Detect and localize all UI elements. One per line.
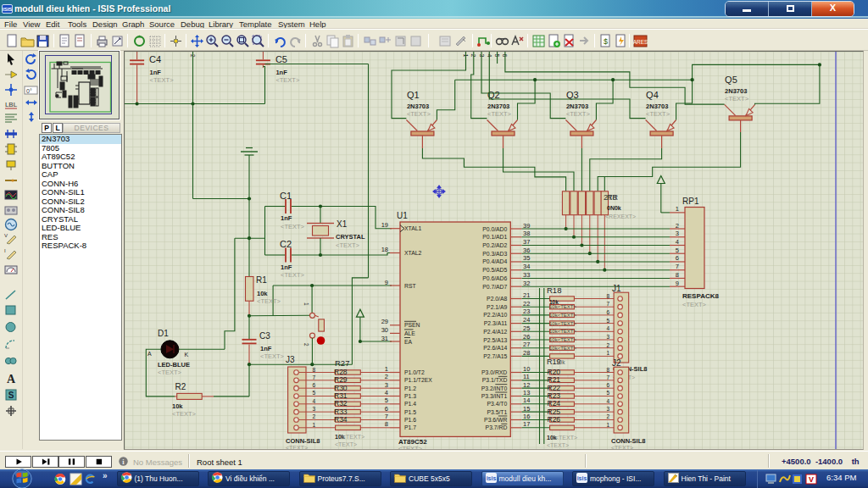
svg-text:<TEXT>: <TEXT>: [158, 369, 182, 376]
svg-text:6: 6: [312, 382, 315, 388]
svg-text:P2.7/A15: P2.7/A15: [483, 353, 507, 359]
svg-text:31: 31: [381, 335, 388, 342]
svg-text:<TEXT>: <TEXT>: [566, 110, 591, 118]
svg-text:<TEXT>: <TEXT>: [286, 445, 308, 449]
svg-text:1: 1: [385, 365, 388, 373]
svg-text:ALE: ALE: [404, 330, 415, 336]
svg-text:10k<TEXT>: 10k<TEXT>: [549, 329, 577, 334]
svg-text:<TEXT>: <TEXT>: [275, 76, 300, 84]
svg-text:XTAL2: XTAL2: [404, 250, 421, 256]
svg-text:LED-BLUE: LED-BLUE: [158, 361, 190, 369]
svg-text:Q1: Q1: [407, 90, 420, 100]
svg-text:10k<TEXT>: 10k<TEXT>: [549, 313, 577, 318]
svg-text:17: 17: [523, 420, 530, 428]
svg-text:10k: 10k: [556, 359, 565, 365]
svg-text:28: 28: [523, 349, 530, 357]
svg-text:P1.6: P1.6: [404, 417, 416, 423]
svg-text:P3.3/INT1: P3.3/INT1: [481, 393, 508, 399]
svg-text:S: S: [8, 391, 14, 400]
svg-text:<TEXT>: <TEXT>: [611, 445, 633, 449]
svg-text:36: 36: [523, 247, 530, 254]
svg-text:2: 2: [303, 343, 309, 347]
svg-text:XTAL1: XTAL1: [404, 225, 421, 231]
svg-text:4: 4: [312, 398, 315, 404]
svg-text:P2.4/A12: P2.4/A12: [483, 329, 507, 335]
svg-text:21: 21: [523, 291, 530, 299]
svg-text:isis: isis: [486, 475, 496, 481]
svg-text:37: 37: [523, 238, 530, 246]
svg-text:5: 5: [385, 396, 388, 404]
svg-text:1nF: 1nF: [281, 263, 292, 271]
svg-text:2TR: 2TR: [604, 193, 619, 202]
svg-text:19: 19: [381, 221, 388, 229]
svg-text:2: 2: [312, 413, 315, 419]
svg-text:8: 8: [385, 420, 388, 428]
svg-text:Q5: Q5: [725, 75, 737, 85]
svg-text:<TEXT>: <TEXT>: [336, 241, 360, 249]
svg-text:2: 2: [606, 413, 609, 419]
svg-text:P2.1/A9: P2.1/A9: [487, 304, 507, 310]
svg-text:2: 2: [676, 222, 679, 230]
svg-text:P2.3/A11: P2.3/A11: [484, 320, 508, 326]
svg-text:<TEXT>: <TEXT>: [150, 76, 175, 84]
svg-text:3: 3: [385, 381, 388, 389]
svg-text:25: 25: [523, 324, 530, 332]
svg-text:2N3703: 2N3703: [487, 103, 509, 110]
svg-text:K: K: [185, 352, 189, 358]
svg-text:P0.7/AD7: P0.7/AD7: [482, 284, 507, 290]
svg-text:<TEXT>: <TEXT>: [398, 445, 423, 449]
svg-text:ARES: ARES: [633, 39, 648, 45]
svg-text:7: 7: [606, 374, 609, 380]
svg-text:39: 39: [523, 222, 530, 230]
svg-text:U1: U1: [397, 211, 408, 220]
svg-text:isis: isis: [577, 475, 587, 481]
svg-text:P1.3: P1.3: [404, 393, 416, 399]
svg-text:2N3703: 2N3703: [725, 87, 747, 95]
svg-text:11: 11: [523, 373, 530, 380]
svg-text:7: 7: [606, 301, 609, 307]
svg-text:LBL: LBL: [5, 101, 18, 108]
svg-text:P0.1/AD1: P0.1/AD1: [482, 234, 507, 240]
svg-text:1: 1: [676, 205, 679, 213]
svg-text:38: 38: [523, 230, 530, 237]
svg-text:P0.2/AD2: P0.2/AD2: [482, 242, 507, 248]
svg-text:A: A: [147, 351, 152, 357]
svg-text:P0.4/AD4: P0.4/AD4: [482, 258, 507, 264]
svg-text:2: 2: [190, 54, 196, 58]
svg-text:C5: C5: [275, 54, 287, 64]
svg-text:2N3703: 2N3703: [566, 103, 588, 110]
svg-text:30: 30: [381, 326, 388, 334]
svg-text:P0.6/AD6: P0.6/AD6: [482, 275, 507, 281]
svg-text:RESPACK8: RESPACK8: [682, 292, 720, 300]
svg-text:<TEXT>: <TEXT>: [646, 110, 670, 118]
svg-text:V: V: [4, 233, 8, 238]
svg-text:9: 9: [385, 279, 388, 286]
svg-text:<TEXT>: <TEXT>: [342, 434, 364, 440]
svg-text:10k<TEXT>: 10k<TEXT>: [549, 304, 577, 309]
svg-text:1: 1: [303, 302, 309, 306]
svg-text:1: 1: [312, 422, 315, 428]
svg-text:2N3703: 2N3703: [646, 103, 668, 110]
svg-text:PSEN: PSEN: [404, 322, 420, 328]
svg-text:P2.0/A8: P2.0/A8: [487, 296, 507, 302]
svg-text:P0.3/AD3: P0.3/AD3: [482, 251, 507, 257]
svg-text:10k<TEXT>: 10k<TEXT>: [549, 321, 577, 326]
svg-text:P3.4/T0: P3.4/T0: [487, 401, 507, 407]
svg-text:<TEXT>: <TEXT>: [555, 435, 577, 441]
svg-text:<TEXT>: <TEXT>: [335, 441, 357, 447]
svg-text:23: 23: [523, 308, 530, 315]
svg-text:P3.5/T1: P3.5/T1: [487, 409, 507, 415]
svg-text:P1.1/T2EX: P1.1/T2EX: [404, 377, 432, 383]
svg-text:3: 3: [676, 230, 679, 237]
svg-text:34: 34: [523, 263, 530, 270]
svg-text:P1.4: P1.4: [404, 401, 416, 407]
svg-text:32: 32: [523, 280, 530, 287]
svg-text:<TEXT>: <TEXT>: [487, 110, 512, 118]
svg-text:33: 33: [523, 271, 530, 279]
svg-text:8: 8: [606, 367, 609, 373]
svg-text:CRYSTAL: CRYSTAL: [336, 233, 365, 241]
svg-text:RP1: RP1: [682, 197, 699, 206]
svg-text:4: 4: [676, 238, 679, 246]
svg-text:5: 5: [312, 390, 315, 396]
svg-text:4: 4: [385, 389, 388, 396]
